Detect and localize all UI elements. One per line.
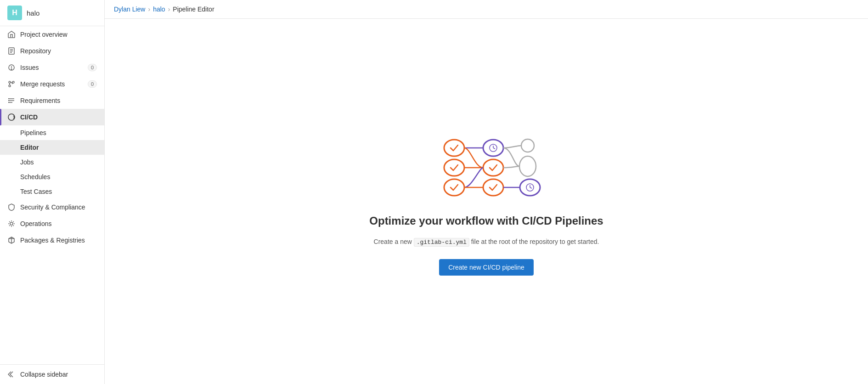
requirements-icon	[7, 96, 16, 105]
operations-icon	[7, 220, 16, 228]
sidebar-item-project-overview[interactable]: Project overview	[0, 26, 104, 43]
sidebar-item-label: CI/CD	[20, 113, 38, 121]
breadcrumb-project[interactable]: halo	[153, 6, 165, 13]
svg-point-6	[11, 69, 12, 70]
sidebar-item-label: Requirements	[20, 97, 60, 104]
sidebar-item-requirements[interactable]: Requirements	[0, 92, 104, 109]
sidebar-sub-item-jobs[interactable]: Jobs	[0, 155, 104, 169]
empty-state-title: Optimize your workflow with CI/CD Pipeli…	[369, 215, 603, 227]
issues-badge: 0	[88, 64, 97, 71]
shield-icon	[7, 203, 16, 211]
sidebar-sub-label: Jobs	[20, 158, 34, 166]
sidebar-sub-item-editor[interactable]: Editor	[0, 140, 104, 155]
sidebar: H halo Project overview Repository	[0, 0, 105, 384]
empty-state-description: Create a new .gitlab-ci.yml file at the …	[374, 237, 599, 248]
sidebar-item-label: Issues	[20, 64, 39, 71]
desc-suffix: file at the root of the repository to ge…	[469, 238, 599, 245]
svg-point-7	[9, 81, 11, 83]
sidebar-item-merge-requests[interactable]: Merge requests 0	[0, 76, 104, 92]
breadcrumb: Dylan Liew › halo › Pipeline Editor	[105, 0, 868, 19]
svg-point-21	[444, 159, 464, 176]
svg-point-9	[12, 81, 14, 83]
sidebar-item-security-compliance[interactable]: Security & Compliance	[0, 199, 104, 215]
sidebar-item-label: Security & Compliance	[20, 203, 85, 211]
sidebar-sub-label: Editor	[20, 144, 39, 151]
svg-point-29	[521, 139, 534, 152]
sidebar-item-repository[interactable]: Repository	[0, 43, 104, 59]
pipeline-illustration	[417, 127, 555, 201]
svg-point-27	[483, 159, 503, 176]
svg-point-22	[444, 179, 464, 196]
breadcrumb-sep-1: ›	[148, 6, 150, 13]
sidebar-item-issues[interactable]: Issues 0	[0, 59, 104, 76]
merge-requests-badge: 0	[88, 80, 97, 88]
sidebar-item-label: Packages & Registries	[20, 237, 85, 244]
svg-point-30	[519, 156, 536, 176]
sidebar-item-label: Repository	[20, 47, 51, 55]
desc-prefix: Create a new	[374, 238, 414, 245]
svg-point-17	[10, 222, 13, 225]
desc-code: .gitlab-ci.yml	[414, 238, 469, 247]
issues-icon	[7, 63, 16, 72]
sidebar-item-packages[interactable]: Packages & Registries	[0, 232, 104, 248]
sidebar-sub-item-pipelines[interactable]: Pipelines	[0, 125, 104, 140]
collapse-sidebar-label: Collapse sidebar	[20, 371, 68, 378]
breadcrumb-sep-2: ›	[168, 6, 170, 13]
sidebar-item-label: Merge requests	[20, 80, 65, 88]
cicd-icon	[7, 113, 16, 121]
svg-point-28	[483, 179, 503, 196]
sidebar-sub-item-schedules[interactable]: Schedules	[0, 169, 104, 184]
breadcrumb-current: Pipeline Editor	[173, 6, 214, 13]
breadcrumb-user[interactable]: Dylan Liew	[114, 6, 145, 13]
pipeline-editor-empty-state: Optimize your workflow with CI/CD Pipeli…	[105, 19, 868, 384]
merge-icon	[7, 80, 16, 88]
sidebar-sub-label: Schedules	[20, 173, 50, 181]
sidebar-sub-label: Test Cases	[20, 188, 52, 195]
sidebar-item-cicd[interactable]: CI/CD	[0, 109, 104, 125]
collapse-icon	[7, 370, 16, 378]
svg-line-26	[493, 148, 495, 149]
svg-line-34	[530, 187, 532, 188]
project-header[interactable]: H halo	[0, 0, 104, 26]
sidebar-sub-label: Pipelines	[20, 129, 46, 136]
sidebar-item-label: Project overview	[20, 31, 68, 38]
home-icon	[7, 30, 16, 39]
create-pipeline-button[interactable]: Create new CI/CD pipeline	[439, 259, 534, 276]
collapse-sidebar-button[interactable]: Collapse sidebar	[0, 364, 104, 384]
svg-point-8	[9, 85, 11, 87]
project-name: halo	[27, 9, 39, 17]
sidebar-sub-item-test-cases[interactable]: Test Cases	[0, 184, 104, 199]
svg-point-20	[444, 140, 464, 156]
sidebar-item-label: Operations	[20, 220, 51, 227]
book-icon	[7, 47, 16, 55]
project-avatar: H	[7, 6, 22, 20]
sidebar-item-operations[interactable]: Operations	[0, 215, 104, 232]
main-content: Dylan Liew › halo › Pipeline Editor	[105, 0, 868, 384]
packages-icon	[7, 236, 16, 244]
